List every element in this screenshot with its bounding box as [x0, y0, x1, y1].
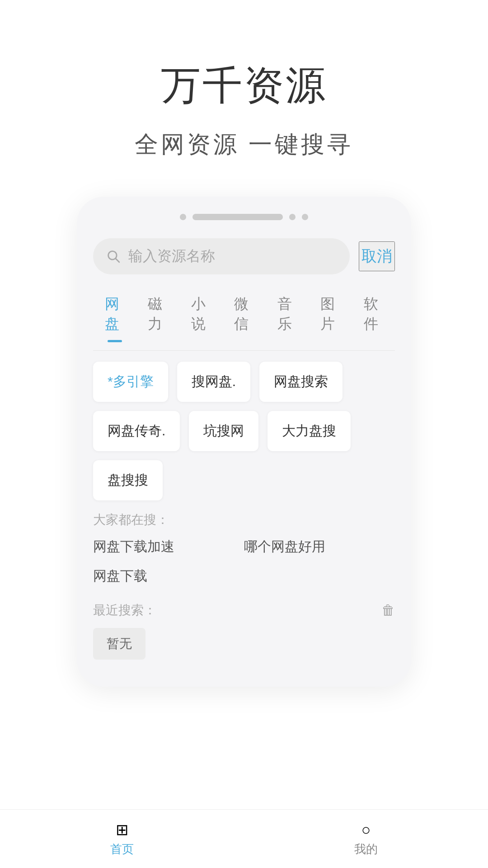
tabs-divider: [93, 350, 395, 351]
recent-tags: 暂无: [77, 628, 411, 660]
engine-btn-souwangpan[interactable]: 搜网盘.: [177, 362, 250, 402]
popular-section-label: 大家都在搜：: [77, 511, 411, 528]
popular-item-3[interactable]: 网盘下载: [93, 567, 244, 585]
topbar-dot-3: [302, 214, 308, 220]
search-input-wrap[interactable]: 输入资源名称: [93, 238, 350, 274]
category-tabs: 网盘 磁力 小说 微信 音乐 图片 软件: [77, 289, 411, 340]
svg-line-1: [116, 259, 119, 262]
popular-item-2[interactable]: 哪个网盘好用: [244, 538, 395, 556]
hero-section: 万千资源 全网资源 一键搜寻: [0, 0, 488, 160]
popular-grid: 网盘下载加速 哪个网盘好用 网盘下载: [77, 538, 411, 585]
hero-subtitle: 全网资源 一键搜寻: [135, 129, 353, 160]
recent-tag-empty: 暂无: [93, 628, 145, 660]
home-icon: ⊞: [116, 821, 128, 839]
page-wrapper: 万千资源 全网资源 一键搜寻 输入资源名称 取消 网盘: [0, 0, 488, 868]
tab-active-indicator: [108, 340, 122, 342]
search-placeholder: 输入资源名称: [128, 246, 337, 266]
recent-header: 最近搜索： 🗑: [77, 602, 411, 619]
tab-ruanjian[interactable]: 软件: [352, 289, 395, 340]
topbar-pill: [192, 214, 283, 220]
search-bar-row: 输入资源名称 取消: [77, 238, 411, 274]
nav-label-home: 首页: [110, 841, 134, 857]
phone-mock: 输入资源名称 取消 网盘 磁力 小说 微信 音乐 图片: [77, 197, 411, 687]
tab-cili[interactable]: 磁力: [136, 289, 179, 340]
tab-wangpan[interactable]: 网盘: [93, 289, 136, 340]
hero-title: 万千资源: [161, 59, 327, 113]
engine-btn-pansousou[interactable]: 盘搜搜: [93, 460, 163, 500]
engine-btn-dalipan[interactable]: 大力盘搜: [267, 411, 351, 451]
search-icon: [106, 249, 121, 264]
recent-section-label: 最近搜索：: [93, 602, 156, 619]
topbar-dot-2: [289, 214, 296, 220]
phone-topbar: [77, 214, 411, 220]
tab-xiaoshuo[interactable]: 小说: [179, 289, 222, 340]
tab-tupian[interactable]: 图片: [309, 289, 352, 340]
bottom-nav: ⊞ 首页 ○ 我的: [0, 809, 488, 868]
engine-grid: *多引擎 搜网盘. 网盘搜索 网盘传奇. 坑搜网 大力盘搜 盘搜搜: [77, 362, 411, 500]
engine-btn-multi[interactable]: *多引擎: [93, 362, 168, 402]
popular-item-1[interactable]: 网盘下载加速: [93, 538, 244, 556]
engine-btn-wangpansousuo[interactable]: 网盘搜索: [259, 362, 343, 402]
tab-weixin[interactable]: 微信: [222, 289, 265, 340]
engine-btn-wangpanchuanqi[interactable]: 网盘传奇.: [93, 411, 180, 451]
nav-item-mine[interactable]: ○ 我的: [244, 821, 488, 857]
topbar-dot-1: [180, 214, 186, 220]
nav-label-mine: 我的: [354, 841, 378, 857]
trash-icon[interactable]: 🗑: [381, 603, 395, 618]
nav-item-home[interactable]: ⊞ 首页: [0, 821, 244, 857]
tab-yinyue[interactable]: 音乐: [266, 289, 309, 340]
profile-icon: ○: [361, 821, 371, 839]
engine-btn-kengwang[interactable]: 坑搜网: [189, 411, 258, 451]
cancel-button[interactable]: 取消: [359, 241, 395, 271]
